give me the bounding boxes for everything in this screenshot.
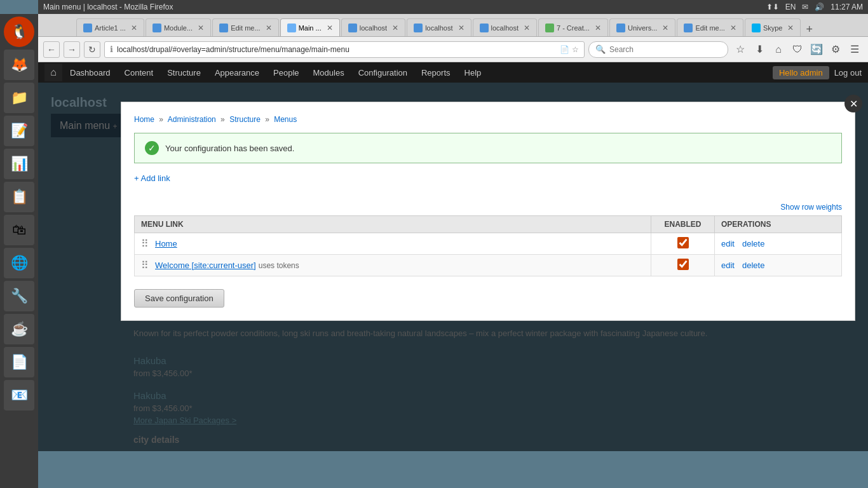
url-bar[interactable]: ℹ localhost/drupal/#overlay=admin/struct… [104,41,585,58]
tab-close-icon[interactable]: ✕ [662,24,668,32]
tab-close-icon[interactable]: ✕ [458,24,465,32]
add-link[interactable]: + Add link [134,173,170,183]
save-configuration-button[interactable]: Save configuration [134,289,224,308]
bookmark-icon: ☆ [572,45,579,54]
sidebar-icon-calc[interactable]: 📊 [4,149,34,179]
tab-label: Univers... [628,24,657,32]
forward-button[interactable]: → [64,41,80,58]
delete-welcome-link[interactable]: delete [742,261,764,270]
success-icon: ✓ [145,141,159,155]
menu-link-cell: ⠿ Home [135,233,651,255]
edit-welcome-link[interactable]: edit [721,261,735,270]
nav-item-reports[interactable]: Reports [415,62,457,83]
success-text: Your configuration has been saved. [165,144,294,153]
nav-item-appearance[interactable]: Appearance [208,62,266,83]
tab-skype[interactable]: Skype ✕ [745,18,801,36]
logout-button[interactable]: Log out [834,68,862,78]
breadcrumb-structure[interactable]: Structure [229,115,261,124]
os-controls: ⬆⬇ [766,3,779,11]
sidebar-icon-text-editor[interactable]: 📄 [4,347,34,377]
tab-article1[interactable]: Article1 ... ✕ [76,18,144,36]
tab-edit-me-10[interactable]: Edit me... ✕ [677,18,743,36]
sidebar-icon-firefox[interactable]: 🦊 [4,50,34,80]
reload-button[interactable]: ↻ [84,41,100,58]
sidebar-icon-writer[interactable]: 📝 [4,116,34,146]
refresh-icon[interactable]: 🔄 [808,41,825,58]
customize-icon[interactable]: ⚙ [827,41,844,58]
menu-link-cell-welcome: ⠿ Welcome [site:current-user] uses token… [135,255,651,276]
sidebar-icon-files[interactable]: 📁 [4,83,34,113]
menu-link-home[interactable]: Home [155,239,177,248]
search-icon: 🔍 [595,44,606,54]
tab-localhost-7[interactable]: localhost ✕ [473,18,537,36]
tab-edit-me-3[interactable]: Edit me... ✕ [212,18,278,36]
breadcrumb-sep2: » [220,115,225,124]
tab-favicon [752,24,761,32]
tab-close-icon[interactable]: ✕ [392,24,398,32]
title-bar: Main menu | localhost - Mozilla Firefox … [38,0,868,14]
bookmark-toolbar-icon[interactable]: ☆ [732,41,749,58]
new-tab-button[interactable]: + [802,23,817,36]
tab-label: Skype [763,24,783,32]
tab-favicon [153,24,161,32]
sidebar: 🐧 🦊 📁 📝 📊 📋 🛍 🌐 🔧 ☕ 📄 📧 [0,14,38,488]
search-bar[interactable]: 🔍 [588,41,728,58]
tab-close-icon[interactable]: ✕ [198,24,204,32]
tab-favicon [348,24,357,32]
search-input[interactable] [609,45,721,54]
tab-univers[interactable]: Univers... ✕ [609,18,675,36]
tab-close-icon[interactable]: ✕ [595,24,601,32]
enabled-checkbox-home[interactable] [677,237,689,248]
breadcrumb: Home » Administration » Structure » Menu… [134,115,842,124]
drag-handle-icon[interactable]: ⠿ [141,259,149,271]
tab-close-icon[interactable]: ✕ [524,24,530,32]
show-row-weights-link[interactable]: Show row weights [780,203,842,212]
nav-item-help[interactable]: Help [458,62,488,83]
tab-favicon [83,24,92,32]
home-toolbar-icon[interactable]: ⌂ [770,41,787,58]
tab-close-icon[interactable]: ✕ [131,24,137,32]
drupal-home-button[interactable]: ⌂ [44,64,62,81]
nav-item-dashboard[interactable]: Dashboard [64,62,117,83]
url-text: localhost/drupal/#overlay=admin/structur… [117,45,556,54]
breadcrumb-home[interactable]: Home [134,115,154,124]
breadcrumb-admin[interactable]: Administration [168,115,216,124]
menu-icon[interactable]: ☰ [846,41,863,58]
security-icon: ℹ [110,44,113,54]
edit-home-link[interactable]: edit [721,239,735,248]
modal-close-button[interactable]: ✕ [844,95,862,112]
back-button[interactable]: ← [43,41,60,58]
enabled-checkbox-welcome[interactable] [677,259,689,270]
menu-link-welcome[interactable]: Welcome [site:current-user] [155,261,256,270]
tab-7-creat[interactable]: 7 - Creat... ✕ [538,18,608,36]
downloads-icon[interactable]: ⬇ [751,41,768,58]
tab-main-menu[interactable]: Main ... ✕ [280,18,340,36]
nav-item-structure[interactable]: Structure [161,62,207,83]
nav-item-people[interactable]: People [267,62,305,83]
sidebar-icon-email[interactable]: 📧 [4,380,34,410]
breadcrumb-menus[interactable]: Menus [274,115,297,124]
tab-localhost-5[interactable]: localhost ✕ [341,18,405,36]
enabled-cell-welcome [651,255,715,276]
tab-localhost-6[interactable]: localhost ✕ [407,18,471,36]
sidebar-icon-software[interactable]: 🛍 [4,215,34,245]
sidebar-icon-tools[interactable]: 🔧 [4,281,34,311]
drag-handle-icon[interactable]: ⠿ [141,238,149,250]
tab-close-icon[interactable]: ✕ [266,24,272,32]
nav-item-modules[interactable]: Modules [307,62,351,83]
nav-item-configuration[interactable]: Configuration [352,62,414,83]
pocket-icon[interactable]: 🛡 [789,41,806,58]
tab-close-icon[interactable]: ✕ [730,24,736,32]
tab-close-icon[interactable]: ✕ [787,24,794,32]
sidebar-icon-chrome[interactable]: 🌐 [4,248,34,278]
delete-home-link[interactable]: delete [742,239,764,248]
tab-label: Edit me... [695,24,724,32]
sidebar-icon-coffee[interactable]: ☕ [4,314,34,344]
enabled-cell-home [651,233,715,255]
sidebar-icon-ubuntu[interactable]: 🐧 [4,17,34,47]
tab-close-icon[interactable]: ✕ [327,24,333,32]
address-bar: ← → ↻ ℹ localhost/drupal/#overlay=admin/… [38,37,868,62]
sidebar-icon-impress[interactable]: 📋 [4,182,34,212]
nav-item-content[interactable]: Content [118,62,160,83]
tab-module[interactable]: Module... ✕ [146,18,211,36]
